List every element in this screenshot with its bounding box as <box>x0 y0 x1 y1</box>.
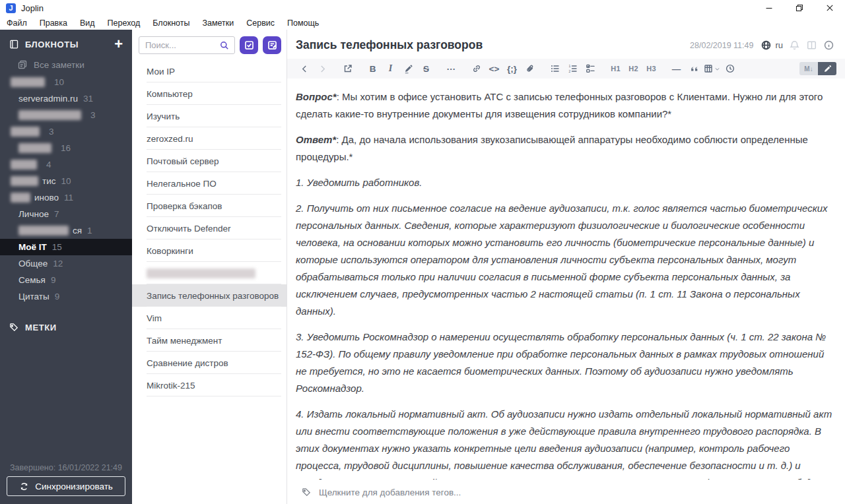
note-list-item[interactable]: Mikrotik-215 <box>132 374 287 396</box>
notebook-item[interactable]: тис10 <box>0 173 132 189</box>
note-title: Запись телефонных разговоров <box>296 38 483 52</box>
notebook-label: Семья <box>18 275 46 285</box>
code-block-icon[interactable]: {;} <box>503 60 521 77</box>
note-list-item[interactable]: Сравнение дистров <box>132 352 287 374</box>
new-todo-button[interactable] <box>240 36 258 54</box>
note-paragraph: Вопрос*: Мы хотим в офисе установить АТС… <box>296 88 834 123</box>
note-list-item[interactable]: Проверка бэкапов <box>132 195 287 217</box>
all-notes-icon <box>17 59 28 70</box>
notebook-item[interactable]: ся1 <box>0 222 132 239</box>
note-list-item-title: Vim <box>147 313 162 323</box>
richtext-editor-button[interactable] <box>818 62 836 75</box>
notebooks-header: БЛОКНОТЫ + <box>0 30 132 50</box>
alarm-bell-icon[interactable] <box>789 40 800 51</box>
notebook-item[interactable]: 4 <box>0 156 132 173</box>
search-input[interactable] <box>145 40 219 50</box>
note-list-item[interactable]: Почтовый сервер <box>132 150 287 172</box>
chevron-right-icon[interactable] <box>314 60 331 77</box>
h3-icon[interactable]: H3 <box>642 60 660 77</box>
notebook-item[interactable]: Цитаты9 <box>0 288 132 305</box>
menu-item[interactable]: Блокноты <box>152 18 189 28</box>
notebook-item[interactable]: 3 <box>0 107 132 123</box>
notebook-label: иново <box>34 193 59 203</box>
more-icon[interactable]: ··· <box>442 60 460 77</box>
notebook-label: Цитаты <box>18 292 50 301</box>
link-icon[interactable] <box>467 60 485 77</box>
editor-header: Запись телефонных разговоров 28/02/2019 … <box>287 30 845 55</box>
minimize-icon[interactable] <box>754 0 784 16</box>
note-list-item[interactable]: Нелегальное ПО <box>132 172 287 195</box>
notebook-item[interactable]: serveradmin.ru31 <box>0 90 132 107</box>
note-paragraph: 4. Издать локальный нормативный акт. Об … <box>296 406 834 480</box>
layout-columns-icon[interactable] <box>806 40 817 51</box>
table-dropdown-icon[interactable] <box>703 60 721 77</box>
redacted-notebook-name <box>18 110 81 120</box>
menu-item[interactable]: Вид <box>80 18 95 28</box>
strikethrough-icon[interactable]: S <box>417 60 435 77</box>
chevron-left-icon[interactable] <box>296 60 314 77</box>
attachment-icon[interactable] <box>521 60 539 77</box>
menu-item[interactable]: Правка <box>40 18 67 28</box>
quote-icon[interactable] <box>685 60 703 77</box>
notebook-item[interactable]: 16 <box>0 140 132 156</box>
bulleted-list-icon[interactable] <box>546 60 564 77</box>
note-list-item[interactable]: Мои IP <box>132 60 287 82</box>
note-list-item[interactable] <box>132 262 287 284</box>
note-list-item-title: Запись телефонных разговоров <box>147 291 279 301</box>
note-list-item[interactable]: Компьютер <box>132 82 287 105</box>
note-list-item[interactable]: Vim <box>132 307 287 329</box>
notebook-item[interactable]: Личное7 <box>0 206 132 222</box>
tag-bar[interactable]: Щелкните для добавления тегов... <box>287 480 845 504</box>
notebook-item[interactable]: иново11 <box>0 189 132 206</box>
sidebar-item-all-notes[interactable]: Все заметки <box>0 57 132 73</box>
pen-icon[interactable] <box>399 60 417 77</box>
h2-icon[interactable]: H2 <box>625 60 642 77</box>
sync-icon <box>19 482 29 491</box>
external-link-icon[interactable] <box>339 60 356 77</box>
note-list: Мои IPКомпьютерИзучитьzeroxzed.ruПочтовы… <box>132 60 287 504</box>
notebook-item[interactable]: 10 <box>0 74 132 90</box>
search-icon <box>219 40 230 51</box>
restore-icon[interactable] <box>784 0 815 16</box>
locale-label: ru <box>775 40 783 50</box>
new-note-button[interactable] <box>263 36 281 54</box>
note-list-item[interactable]: Запись телефонных разговоров <box>132 284 287 307</box>
notebook-item[interactable]: 3 <box>0 123 132 140</box>
note-list-item[interactable]: Тайм менеджмент <box>132 329 287 352</box>
markdown-view-button[interactable]: M↓ <box>799 62 818 75</box>
info-icon[interactable] <box>823 40 834 51</box>
note-list-item-title: Компьютер <box>147 89 193 99</box>
synchronize-button[interactable]: Синхронизировать <box>7 476 125 496</box>
note-list-item[interactable]: Коворкинги <box>132 239 287 262</box>
note-list-item[interactable]: Отключить Defender <box>132 217 287 239</box>
menu-item[interactable]: Переход <box>108 18 141 28</box>
notebook-count: 31 <box>83 94 93 104</box>
note-list-item[interactable]: Изучить <box>132 105 287 127</box>
add-notebook-button[interactable]: + <box>114 38 123 50</box>
note-list-item[interactable]: zeroxzed.ru <box>132 127 287 150</box>
bold-icon[interactable]: B <box>364 60 382 77</box>
menu-item[interactable]: Заметки <box>202 18 234 28</box>
note-list-toolbar <box>132 30 287 60</box>
h1-icon[interactable]: H1 <box>607 60 625 77</box>
numbered-list-icon[interactable]: 12 <box>564 60 582 77</box>
close-icon[interactable] <box>815 0 845 16</box>
notebook-item[interactable]: Семья9 <box>0 272 132 288</box>
horizontal-rule-icon[interactable]: — <box>667 60 685 77</box>
note-list-item-title: Тайм менеджмент <box>147 336 222 346</box>
redacted-notebook-name <box>11 193 30 203</box>
globe-icon[interactable] <box>760 40 772 51</box>
inline-code-icon[interactable]: <> <box>485 60 503 77</box>
note-content[interactable]: Вопрос*: Мы хотим в офисе установить АТС… <box>287 79 845 480</box>
editor-panel: Запись телефонных разговоров 28/02/2019 … <box>287 30 845 504</box>
menu-item[interactable]: Помощь <box>287 18 319 28</box>
notebook-item[interactable]: Общее12 <box>0 255 132 272</box>
notebooks-title: БЛОКНОТЫ <box>25 40 79 49</box>
menu-item[interactable]: Сервис <box>246 18 275 28</box>
notebook-count: 16 <box>61 143 71 153</box>
italic-icon[interactable]: I <box>382 60 399 77</box>
menu-item[interactable]: Файл <box>7 18 27 28</box>
check-list-icon[interactable] <box>582 60 599 77</box>
clock-icon[interactable] <box>721 60 739 77</box>
notebook-item[interactable]: Моё IT15 <box>0 239 132 255</box>
